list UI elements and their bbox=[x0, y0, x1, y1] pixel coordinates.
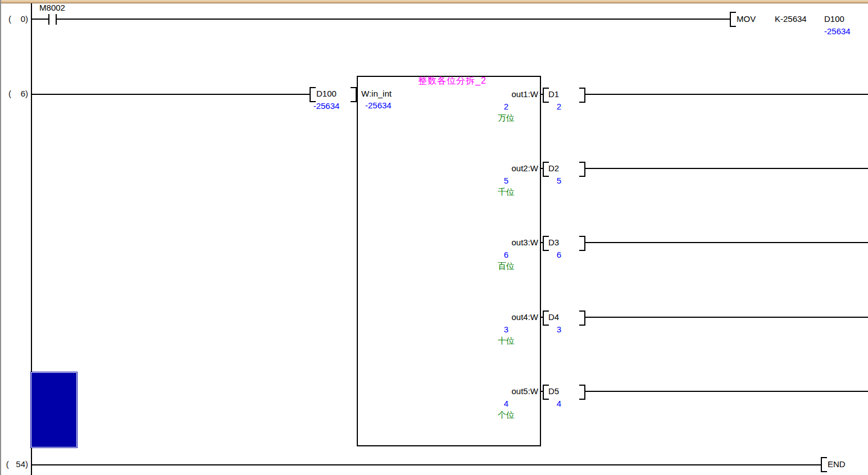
mov-source-operand: K-25634 bbox=[775, 15, 807, 24]
param-close-bracket bbox=[579, 310, 585, 326]
fb-output-monitor-value: 4 bbox=[489, 399, 524, 408]
output-param-device: D2 bbox=[548, 164, 559, 173]
mov-mnemonic: MOV bbox=[737, 15, 756, 24]
fb-output-row-3[interactable]: out3:W 6 百位 D3 6 bbox=[489, 235, 868, 271]
output-param-monitor-value: 2 bbox=[543, 102, 575, 111]
input-param-monitor-value: -25634 bbox=[305, 102, 348, 111]
fb-input-pin-label: W:in_int bbox=[361, 89, 392, 98]
fb-output-monitor-value: 2 bbox=[489, 102, 524, 111]
fb-output-monitor-value: 5 bbox=[489, 176, 524, 185]
fb-output-row-1[interactable]: out1:W 2 万位 D1 2 bbox=[489, 87, 868, 123]
step-number-6: ( 6) bbox=[4, 89, 28, 98]
param-close-bracket bbox=[579, 162, 585, 177]
fb-output-pin-label: out3:W bbox=[489, 238, 538, 247]
output-param-monitor-value: 5 bbox=[543, 176, 575, 185]
param-close-bracket bbox=[351, 87, 357, 102]
step-number-0: ( 0) bbox=[4, 15, 28, 24]
output-param-monitor-value: 3 bbox=[543, 325, 575, 334]
wire-output bbox=[584, 391, 868, 392]
window-top-border bbox=[0, 0, 868, 3]
mov-dest-operand: D100 bbox=[824, 15, 844, 24]
input-param-device: D100 bbox=[316, 89, 337, 98]
fb-output-comment: 千位 bbox=[489, 188, 524, 197]
param-close-bracket bbox=[579, 88, 585, 103]
fb-output-pin-label: out5:W bbox=[489, 387, 538, 396]
output-param-monitor-value: 4 bbox=[543, 399, 575, 408]
fb-output-pin-label: out2:W bbox=[489, 164, 538, 173]
param-close-bracket bbox=[579, 236, 585, 251]
fb-output-comment: 个位 bbox=[489, 410, 524, 419]
fb-output-row-2[interactable]: out2:W 5 千位 D2 5 bbox=[489, 161, 868, 197]
contact-bar-left bbox=[48, 14, 49, 25]
fb-input-monitor-value: -25634 bbox=[365, 101, 392, 110]
fb-output-comment: 十位 bbox=[489, 336, 524, 345]
output-param-device: D4 bbox=[548, 313, 559, 322]
fb-output-row-4[interactable]: out4:W 3 十位 D4 3 bbox=[489, 310, 868, 346]
fb-output-comment: 百位 bbox=[489, 262, 524, 271]
param-close-bracket bbox=[579, 385, 585, 400]
wire-output bbox=[584, 168, 868, 169]
fb-output-pin-label: out4:W bbox=[489, 313, 538, 322]
fb-output-comment: 万位 bbox=[489, 113, 524, 122]
window-left-border bbox=[0, 0, 1, 475]
end-mnemonic: END bbox=[828, 460, 846, 469]
edit-cursor-cell[interactable] bbox=[31, 372, 77, 447]
output-param-device: D1 bbox=[548, 90, 559, 99]
wire-rung0-a bbox=[31, 19, 49, 20]
step-number-54: ( 54) bbox=[4, 460, 28, 469]
fb-output-monitor-value: 6 bbox=[489, 250, 524, 259]
wire-output bbox=[584, 317, 868, 318]
instruction-open-bracket bbox=[730, 12, 736, 27]
contact-label-m8002: M8002 bbox=[35, 3, 69, 12]
wire-rung54 bbox=[31, 464, 821, 465]
param-open-bracket bbox=[310, 87, 316, 102]
fb-output-row-5[interactable]: out5:W 4 个位 D5 4 bbox=[489, 384, 868, 420]
mov-dest-monitor-value: -25634 bbox=[824, 27, 851, 36]
wire-output bbox=[584, 94, 868, 95]
fb-output-monitor-value: 3 bbox=[489, 325, 524, 334]
wire-output bbox=[584, 242, 868, 243]
output-param-monitor-value: 6 bbox=[543, 250, 575, 259]
fb-output-pin-label: out1:W bbox=[489, 90, 538, 99]
instruction-open-bracket bbox=[821, 457, 827, 472]
function-block-title: 整数各位分拆_2 bbox=[357, 76, 541, 85]
output-param-device: D3 bbox=[548, 238, 559, 247]
wire-rung0-b bbox=[57, 19, 730, 20]
ladder-editor-canvas: ( 0) M8002 MOV K-25634 D100 -25634 ( 6) … bbox=[0, 0, 868, 475]
output-param-device: D5 bbox=[548, 387, 559, 396]
wire-rung6-input bbox=[31, 94, 310, 95]
